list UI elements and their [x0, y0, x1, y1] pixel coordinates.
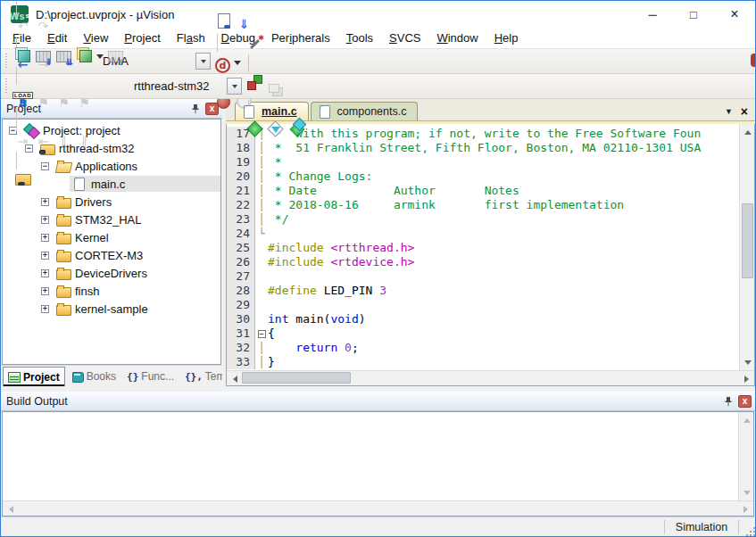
doc-tab-components-c[interactable]: components.c: [311, 102, 419, 120]
code-line-22[interactable]: 22│ * 2018-08-16 armink first implementa…: [227, 198, 739, 212]
target-icon: [23, 124, 39, 136]
select-software-packs-button[interactable]: [245, 119, 265, 139]
scroll-down-button[interactable]: [739, 485, 754, 500]
manage-runtime-environment-button[interactable]: [245, 72, 265, 93]
code-line-23[interactable]: 23│ */: [227, 212, 739, 227]
tree-item-stm32-hal[interactable]: +STM32_HAL: [3, 211, 220, 228]
filter-packs-button[interactable]: [265, 119, 286, 139]
editor-area: main.ccomponents.c▼× 17│ * with this pro…: [226, 99, 755, 386]
find-in-files-next-button[interactable]: [213, 11, 234, 31]
expander-plus-icon[interactable]: +: [41, 198, 49, 206]
code-line-20[interactable]: 20│ * Change Logs:: [227, 169, 739, 184]
menu-flash[interactable]: Flash: [169, 29, 213, 46]
stop-build-button: [105, 46, 126, 67]
expander-plus-icon[interactable]: +: [41, 234, 49, 242]
target-select[interactable]: rtthread-stm32: [129, 79, 227, 93]
tab-list-dropdown-icon[interactable]: ▼: [725, 107, 733, 116]
pin-icon[interactable]: [188, 102, 203, 116]
code-line-31[interactable]: 31−{: [227, 326, 739, 341]
code-line-25[interactable]: 25#include <rtthread.h>: [227, 241, 739, 255]
tree-item-kernel[interactable]: +Kernel: [3, 228, 220, 246]
code-editor[interactable]: 17│ * with this program; if not, write t…: [227, 124, 739, 370]
expander-plus-icon[interactable]: +: [41, 216, 49, 224]
panel-tab-project[interactable]: Project: [3, 367, 65, 386]
expander-plus-icon[interactable]: +: [41, 269, 49, 277]
panel-tab-books[interactable]: Books: [67, 367, 120, 386]
code-text: #define LED_PIN 3: [268, 284, 739, 298]
expander-plus-icon[interactable]: +: [41, 305, 49, 313]
scroll-up-button[interactable]: [740, 124, 755, 139]
code-line-33[interactable]: 33│}: [227, 355, 739, 369]
translate-file-button[interactable]: [12, 45, 33, 65]
build-output-vertical-scrollbar[interactable]: [738, 412, 753, 500]
tree-item-finsh[interactable]: +finsh: [3, 282, 220, 300]
incremental-find-button[interactable]: ⇓: [234, 13, 254, 34]
expander-plus-icon[interactable]: +: [41, 252, 49, 260]
editor-horizontal-scrollbar[interactable]: [227, 370, 754, 385]
menu-tools[interactable]: Tools: [338, 29, 381, 46]
scroll-left-button[interactable]: [3, 501, 18, 516]
close-button[interactable]: ×: [714, 1, 755, 28]
pack-installer-button[interactable]: [286, 118, 306, 138]
debug-options-caret[interactable]: [232, 52, 243, 72]
code-text: [268, 298, 739, 312]
code-line-18[interactable]: 18│ * 51 Franklin Street, Fifth Floor, B…: [227, 141, 739, 155]
rebuild-button[interactable]: [54, 46, 74, 67]
editor-vertical-scrollbar[interactable]: [739, 124, 754, 370]
tree-item-kernel-sample[interactable]: +kernel-sample: [3, 300, 220, 318]
scroll-thumb[interactable]: [742, 203, 753, 278]
close-document-icon[interactable]: ×: [741, 106, 748, 117]
maximize-button[interactable]: □: [673, 1, 714, 28]
menu-svcs[interactable]: SVCS: [381, 29, 428, 46]
toolbar-grip[interactable]: [5, 78, 9, 95]
toolbar-grip[interactable]: [5, 54, 9, 70]
ofolder-icon: [55, 160, 71, 172]
expander-plus-icon[interactable]: +: [41, 287, 49, 295]
code-line-32[interactable]: 32│ return 0;: [227, 341, 739, 355]
file-icon: [71, 178, 87, 190]
fold-margin: [255, 312, 268, 326]
scroll-right-button[interactable]: [739, 371, 754, 386]
code-line-27[interactable]: 27: [227, 269, 739, 284]
code-line-29[interactable]: 29: [227, 298, 739, 312]
search-dropdown-button[interactable]: [195, 53, 211, 70]
resize-grip[interactable]: [739, 517, 755, 536]
panel-tab-func[interactable]: {}Func...: [122, 367, 179, 386]
batch-build-options-caret[interactable]: [95, 45, 105, 66]
tree-item-cortex-m3[interactable]: +CORTEX-M3: [3, 246, 220, 264]
target-dropdown-button[interactable]: [227, 78, 242, 95]
code-text: *: [268, 155, 739, 169]
scroll-right-button[interactable]: [738, 501, 753, 516]
scroll-up-button[interactable]: [739, 412, 754, 427]
find-in-files-button[interactable]: [12, 169, 33, 190]
batch-build-button[interactable]: [74, 45, 95, 65]
options-for-target-button[interactable]: [245, 34, 265, 54]
scroll-thumb[interactable]: [242, 372, 351, 384]
code-line-26[interactable]: 26#include <rtdevice.h>: [227, 255, 739, 269]
start-stop-debug-button[interactable]: d: [215, 58, 230, 73]
close-panel-button[interactable]: x: [738, 395, 752, 408]
fold-margin: │: [255, 341, 268, 355]
kill-breakpoints-clipped-button[interactable]: [751, 54, 755, 67]
code-line-21[interactable]: 21│ * Date Author Notes: [227, 184, 739, 198]
download-button[interactable]: [12, 89, 33, 110]
menu-help[interactable]: Help: [486, 29, 527, 46]
scroll-left-button[interactable]: [227, 371, 242, 386]
tree-item-devicedrivers[interactable]: +DeviceDrivers: [3, 264, 220, 282]
build-output-content[interactable]: [3, 412, 738, 500]
build-button[interactable]: [33, 46, 54, 67]
code-line-19[interactable]: 19│ *: [227, 155, 739, 169]
tree-item-drivers[interactable]: +Drivers: [3, 193, 220, 211]
fold-margin[interactable]: −: [255, 326, 268, 341]
code-line-30[interactable]: 30int main(void): [227, 312, 739, 326]
code-line-24[interactable]: 24└: [227, 227, 739, 241]
minimize-button[interactable]: ─: [632, 1, 673, 28]
code-line-28[interactable]: 28#define LED_PIN 3: [227, 284, 739, 298]
manage-project-items-button: [265, 79, 286, 100]
code-text: * Date Author Notes: [268, 184, 739, 198]
build-output-horizontal-scrollbar[interactable]: [3, 500, 753, 516]
pin-icon[interactable]: [721, 394, 735, 409]
menu-window[interactable]: Window: [428, 29, 486, 46]
fold-collapse-icon[interactable]: −: [258, 330, 266, 338]
scroll-down-button[interactable]: [740, 355, 755, 370]
